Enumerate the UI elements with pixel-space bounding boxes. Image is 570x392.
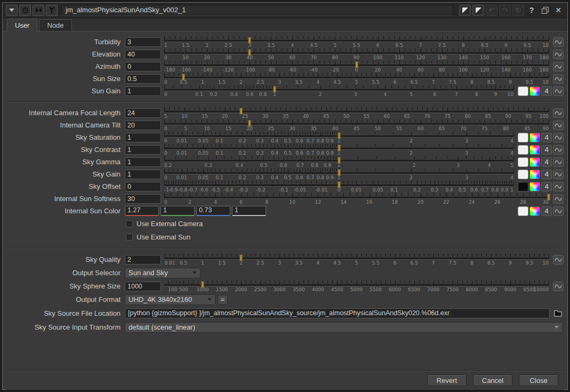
undo-button[interactable]: ↶ <box>486 5 497 16</box>
sky-offset-input[interactable]: 0 <box>125 182 161 191</box>
output-selector-dropdown[interactable]: Sun and Sky <box>125 268 200 278</box>
internal-sun-softness-slider-handle[interactable] <box>548 194 550 201</box>
node-menu-button[interactable] <box>6 5 18 16</box>
help-button[interactable]: ? <box>526 5 537 16</box>
center-node-button[interactable] <box>19 5 31 16</box>
sky-gamma-slider-handle[interactable] <box>338 157 340 164</box>
sky-saturation-input[interactable]: 1 <box>125 133 161 142</box>
internal-sun-softness-slider[interactable]: 024681012141618202224262830 <box>164 193 549 205</box>
elevation-curve-button[interactable] <box>553 50 564 59</box>
sky-offset-curve-button[interactable] <box>553 182 564 191</box>
sky-offset-channels-button[interactable]: 4 <box>541 182 552 191</box>
sky-saturation-channels-button[interactable]: 4 <box>541 133 552 142</box>
sky-contrast-slider-handle[interactable] <box>338 145 340 151</box>
close-panel-button[interactable]: ✕ <box>552 5 564 16</box>
sky-offset-slider-handle[interactable] <box>338 181 340 188</box>
internal-sun-color-channel-1-input[interactable]: 1 <box>160 206 195 216</box>
output-format-equals-button[interactable]: = <box>218 295 228 305</box>
sky-saturation-slider-handle[interactable] <box>338 132 340 139</box>
internal-camera-tilt-curve-button[interactable] <box>553 121 564 130</box>
sky-sphere-size-curve-button[interactable] <box>553 282 564 291</box>
sun-size-curve-button[interactable] <box>553 74 564 84</box>
internal-sun-softness-curve-button[interactable] <box>553 194 564 204</box>
turbidity-input[interactable]: 3 <box>125 37 161 47</box>
revert-button[interactable]: Revert <box>427 374 467 386</box>
sky-gamma-curve-button[interactable] <box>553 157 564 167</box>
sky-offset-color-swatch-button[interactable] <box>518 182 528 191</box>
internal-camera-focal-length-curve-button[interactable] <box>553 108 564 118</box>
node-name-field[interactable]: jm_almostPhysicalSunAndSky_v002_1 <box>61 5 453 15</box>
sky-quality-slider-handle[interactable] <box>240 254 243 261</box>
sky-gamma-slider[interactable]: 0.20.30.40.50.60.70.80.912345 <box>164 156 513 168</box>
internal-sun-color-channel-3-input[interactable]: 1 <box>232 206 266 216</box>
sky-gain-channels-button[interactable]: 4 <box>541 170 552 179</box>
wrench-button[interactable] <box>46 5 58 16</box>
sun-size-input[interactable]: 0.5 <box>125 74 161 84</box>
sky-quality-curve-button[interactable] <box>553 255 564 265</box>
sky-gain-color-swatch-button[interactable] <box>518 170 528 179</box>
internal-sun-color-color-wheel-icon[interactable] <box>529 206 540 216</box>
diagonal-swatch-button-2[interactable] <box>472 5 484 16</box>
float-panel-button[interactable] <box>539 5 551 16</box>
azimuth-slider[interactable]: -180-160-140-120-100-80-60-40-2002040608… <box>164 60 549 73</box>
redo-button[interactable]: ↷ <box>499 5 511 16</box>
sky-saturation-color-wheel-icon[interactable] <box>529 133 540 142</box>
diagonal-swatch-button-1[interactable] <box>459 5 471 16</box>
use-external-sun-checkbox[interactable] <box>126 234 133 241</box>
turbidity-curve-button[interactable] <box>553 37 564 47</box>
sky-gain-slider[interactable]: 00.010.050.10.20.30.40.50.60.70.80.91234 <box>164 168 513 180</box>
sky-contrast-curve-button[interactable] <box>553 145 564 155</box>
azimuth-slider-handle[interactable] <box>355 61 358 68</box>
sky-contrast-color-swatch-button[interactable] <box>518 145 528 155</box>
internal-camera-tilt-input[interactable]: 20 <box>125 121 161 130</box>
internal-sun-color-color-swatch-button[interactable] <box>518 206 528 216</box>
sun-gain-color-wheel-icon[interactable] <box>529 86 540 96</box>
sky-contrast-channels-button[interactable]: 4 <box>541 145 552 155</box>
sun-size-slider-handle[interactable] <box>182 74 185 81</box>
sky-source-file-location-browse-button[interactable] <box>552 308 564 319</box>
elevation-slider-handle[interactable] <box>248 49 251 56</box>
sun-gain-slider-handle[interactable] <box>274 86 276 93</box>
internal-sun-color-channels-button[interactable]: 4 <box>541 206 552 216</box>
tab-node[interactable]: Node <box>39 19 71 31</box>
sky-sphere-size-slider-handle[interactable] <box>202 281 204 288</box>
sun-size-slider[interactable]: 00.511.522.533.544.555.566.577.588.599.5… <box>164 73 549 85</box>
sun-gain-channels-button[interactable]: 4 <box>541 86 552 96</box>
sky-quality-slider[interactable]: 0.010.511.522.533.544.555.566.577.588.59… <box>164 253 549 266</box>
sky-sphere-size-slider[interactable]: 1005001000150020002500300035004000450050… <box>164 280 549 292</box>
sky-saturation-curve-button[interactable] <box>553 133 564 142</box>
elevation-slider[interactable]: 0102030405060708090100110120130140150160… <box>164 48 549 60</box>
sky-offset-color-wheel-icon[interactable] <box>529 182 540 191</box>
azimuth-curve-button[interactable] <box>553 62 564 71</box>
internal-camera-focal-length-slider-handle[interactable] <box>240 108 243 115</box>
sky-offset-slider[interactable]: -1-0.9-0.8-0.7-0.6-0.5-0.4-0.3-0.2-0.1-0… <box>164 180 513 193</box>
cancel-button[interactable]: Cancel <box>473 374 512 386</box>
internal-camera-tilt-slider[interactable]: 051015202530354045505560657075808590 <box>164 119 549 131</box>
sky-contrast-color-wheel-icon[interactable] <box>529 145 540 155</box>
sky-gamma-color-wheel-icon[interactable] <box>529 157 540 167</box>
tab-user[interactable]: User <box>7 19 37 31</box>
sky-saturation-slider[interactable]: 00.010.050.10.20.30.40.50.60.70.80.91234 <box>164 131 513 143</box>
sun-gain-color-swatch-button[interactable] <box>518 86 528 96</box>
elevation-input[interactable]: 40 <box>125 50 161 59</box>
sky-quality-input[interactable]: 2 <box>125 255 161 265</box>
sun-gain-input[interactable]: 1 <box>125 86 161 96</box>
sky-contrast-slider[interactable]: 00.010.050.10.20.30.40.50.60.70.80.91234 <box>164 143 513 156</box>
use-external-camera-checkbox[interactable] <box>126 220 133 227</box>
sky-gain-input[interactable]: 1 <box>125 170 161 179</box>
sun-gain-slider[interactable]: 00.10.20.40.60.812345678910 <box>164 85 513 97</box>
sky-gain-slider-handle[interactable] <box>338 169 340 176</box>
internal-sun-color-channel-0-input[interactable]: 1.27 <box>125 206 159 216</box>
sky-gamma-input[interactable]: 1 <box>125 157 161 167</box>
internal-sun-softness-input[interactable]: 30 <box>125 194 161 204</box>
sky-contrast-input[interactable]: 1 <box>125 145 161 155</box>
sky-saturation-color-swatch-button[interactable] <box>518 133 528 142</box>
internal-camera-focal-length-slider[interactable]: 5101520253035404550556065707580859095100 <box>164 107 549 119</box>
azimuth-input[interactable]: 0 <box>125 62 161 71</box>
close-button[interactable]: Close <box>519 374 558 386</box>
sun-gain-curve-button[interactable] <box>553 86 564 96</box>
turbidity-slider[interactable]: 11.522.533.544.555.566.577.588.599.510 <box>164 36 549 48</box>
mask-button[interactable] <box>33 5 44 16</box>
output-format-dropdown[interactable]: UHD_4K 3840x2160 <box>125 294 215 305</box>
internal-camera-tilt-slider-handle[interactable] <box>248 120 251 127</box>
